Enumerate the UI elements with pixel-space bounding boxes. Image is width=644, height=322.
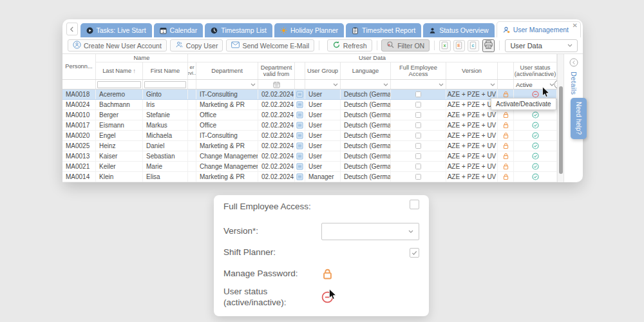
export-e-button[interactable]: E xyxy=(453,40,465,52)
cell-full-employee-access[interactable] xyxy=(391,162,446,171)
column-header-user_group[interactable]: User Group xyxy=(305,62,341,79)
cell-full-employee-access[interactable] xyxy=(391,110,446,120)
status-active-icon[interactable] xyxy=(532,173,539,180)
tab-close-icon[interactable]: ✕ xyxy=(573,23,578,29)
cell-full-employee-access[interactable] xyxy=(391,100,446,109)
lock-icon[interactable] xyxy=(321,268,334,280)
cell-row-detail[interactable] xyxy=(295,141,305,151)
cell-lock[interactable] xyxy=(498,151,514,161)
lock-icon[interactable] xyxy=(502,91,509,98)
full-employee-access-checkbox[interactable] xyxy=(415,174,421,180)
full-employee-access-checkbox[interactable] xyxy=(410,200,419,209)
tab-calendar[interactable]: 1Calendar xyxy=(154,23,204,37)
filter-cell-language[interactable] xyxy=(341,80,391,89)
cell-user-status[interactable] xyxy=(514,162,557,171)
view-dropdown[interactable]: User Data xyxy=(505,39,578,52)
table-row[interactable]: MA0021KeilerMarieChange Management02.02.… xyxy=(62,162,557,172)
cell-lock[interactable] xyxy=(498,141,514,151)
table-row[interactable]: MA0020EngelMichaelaIT-Consulting02.02.20… xyxy=(62,131,557,141)
status-active-icon[interactable] xyxy=(532,153,539,160)
lock-icon[interactable] xyxy=(502,153,509,160)
cell-user-status[interactable] xyxy=(514,131,557,140)
filter-input-last_name[interactable] xyxy=(97,81,141,88)
tab-timesheet-report[interactable]: Timesheet Report xyxy=(346,23,421,37)
tab-status-overview[interactable]: Status Overview xyxy=(423,23,494,37)
cell-row-detail[interactable] xyxy=(295,120,305,130)
filter-cell-department[interactable] xyxy=(196,80,258,89)
scrollbar-thumb[interactable] xyxy=(559,86,563,174)
column-header-first_name[interactable]: First Name xyxy=(143,62,188,79)
grid-editor-icon[interactable] xyxy=(296,91,303,98)
grid-editor-icon[interactable] xyxy=(296,111,303,118)
clear-filter-icon[interactable] xyxy=(554,80,557,89)
status-active-icon[interactable] xyxy=(532,111,539,118)
lock-icon[interactable] xyxy=(502,122,509,129)
tab-tasks-live-start[interactable]: Tasks: Live Start xyxy=(80,23,152,37)
cell-user-status[interactable] xyxy=(514,110,557,120)
column-header-row_detail[interactable] xyxy=(295,62,305,79)
cell-full-employee-access[interactable] xyxy=(391,151,446,161)
cell-row-detail[interactable] xyxy=(295,151,305,161)
column-header-last_name[interactable]: Last Name↑ xyxy=(96,62,143,79)
status-active-icon[interactable] xyxy=(532,132,539,139)
lock-icon[interactable] xyxy=(502,163,509,170)
cell-row-detail[interactable] xyxy=(295,162,305,171)
grid-editor-icon[interactable] xyxy=(296,122,303,129)
export-c-button[interactable]: c xyxy=(468,40,479,52)
column-header-valid_from[interactable]: Department valid from xyxy=(258,62,295,79)
send-welcome-email-button[interactable]: Send Welcome E-Mail xyxy=(226,39,314,52)
lock-icon[interactable] xyxy=(502,111,509,118)
details-label[interactable]: Details xyxy=(570,71,578,95)
cell-user-status[interactable] xyxy=(514,141,557,151)
cell-full-employee-access[interactable] xyxy=(391,172,446,182)
tab-timestamp-list[interactable]: Timestamp List xyxy=(205,23,272,37)
collapse-panel-icon[interactable] xyxy=(569,58,578,67)
copy-user-button[interactable]: Copy User xyxy=(170,39,223,52)
status-active-icon[interactable] xyxy=(532,142,539,149)
column-header-personnel[interactable]: Personn... xyxy=(62,54,96,79)
cell-lock[interactable] xyxy=(498,120,514,130)
tab-scroll-left-button[interactable] xyxy=(66,23,78,35)
cell-user-status[interactable] xyxy=(514,151,557,161)
tab-holiday-planner[interactable]: Holiday Planner xyxy=(274,23,344,37)
column-header-version[interactable]: Version xyxy=(446,62,498,79)
create-new-user-account-button[interactable]: Create New User Account xyxy=(68,39,167,52)
status-active-icon[interactable] xyxy=(532,122,539,129)
shift-planner-checkbox[interactable] xyxy=(410,248,419,258)
tab-user-management[interactable]: User Management✕ xyxy=(497,21,581,37)
filter-cell-full_employee_access[interactable] xyxy=(391,80,446,89)
grid-editor-icon[interactable] xyxy=(296,142,303,149)
version-select[interactable] xyxy=(321,223,419,240)
cell-full-employee-access[interactable] xyxy=(391,120,446,130)
full-employee-access-checkbox[interactable] xyxy=(415,102,421,108)
need-help-tab[interactable]: Need help? xyxy=(571,98,587,139)
table-row[interactable]: MA0025HeinzDanielMarketing & PR02.02.202… xyxy=(62,141,557,151)
table-row[interactable]: MA0013KaiserSebastianChange Management02… xyxy=(62,151,557,162)
grid-editor-icon[interactable] xyxy=(296,153,303,160)
filter-cell-user_group[interactable] xyxy=(305,80,341,89)
table-row[interactable]: MA0014KleinElisaMarketing & PR02.02.2024… xyxy=(62,172,557,182)
grid-editor-icon[interactable] xyxy=(296,163,303,170)
full-employee-access-checkbox[interactable] xyxy=(415,164,421,169)
full-employee-access-checkbox[interactable] xyxy=(415,153,421,159)
cell-full-employee-access[interactable] xyxy=(391,131,446,140)
column-header-language[interactable]: Language xyxy=(341,62,391,79)
grid-editor-icon[interactable] xyxy=(296,132,303,139)
status-active-icon[interactable] xyxy=(532,163,539,170)
column-header-truncated[interactable]: er evi... xyxy=(188,62,196,79)
cell-lock[interactable] xyxy=(498,110,514,120)
cell-lock[interactable] xyxy=(498,172,514,182)
print-button[interactable] xyxy=(482,39,495,52)
lock-icon[interactable] xyxy=(502,173,509,180)
cell-row-detail[interactable] xyxy=(295,131,305,140)
filter-cell-first_name[interactable] xyxy=(143,80,188,89)
full-employee-access-checkbox[interactable] xyxy=(415,91,421,97)
cell-user-status[interactable] xyxy=(514,172,557,182)
cell-row-detail[interactable] xyxy=(295,172,305,182)
column-header-full_employee_access[interactable]: Full Employee Access xyxy=(391,62,446,79)
cell-lock[interactable] xyxy=(498,162,514,171)
filter-cell-last_name[interactable] xyxy=(96,80,143,89)
table-row[interactable]: MA0018AceremoGintoIT-Consulting02.02.202… xyxy=(62,90,557,100)
vertical-scrollbar[interactable] xyxy=(557,54,564,182)
cell-user-status[interactable] xyxy=(514,120,557,130)
